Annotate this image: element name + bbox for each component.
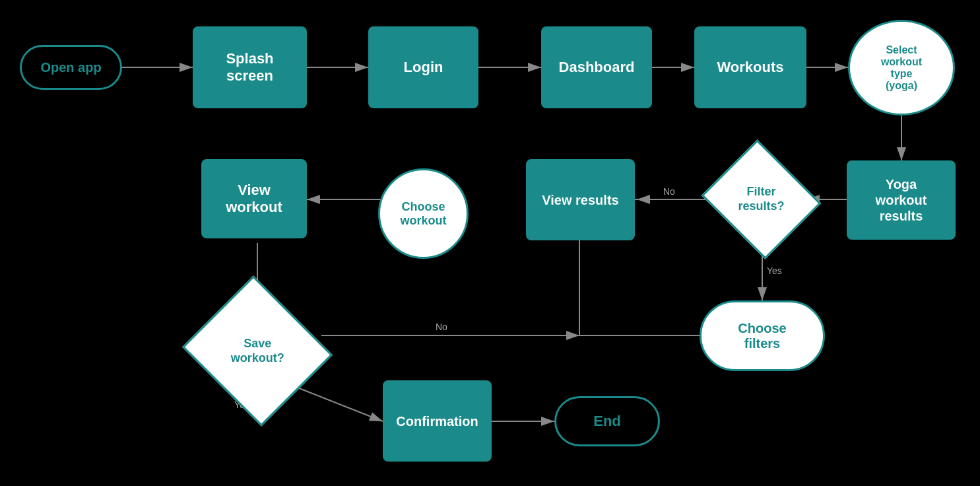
choose-filters-node: Choosefilters (700, 300, 825, 371)
yoga-results-node: Yogaworkoutresults (847, 160, 956, 240)
end-label: End (593, 413, 621, 430)
choose-workout-node: Chooseworkout (378, 168, 469, 259)
confirmation-label: Confirmation (396, 413, 478, 429)
view-workout-label: Viewworkout (226, 182, 282, 217)
save-workout-node: Saveworkout? (201, 300, 313, 401)
workouts-node: Workouts (694, 26, 806, 108)
select-workout-node: Selectworkouttype(yoga) (848, 20, 955, 116)
dashboard-label: Dashboard (559, 59, 635, 76)
select-workout-label: Selectworkouttype(yoga) (881, 44, 922, 92)
choose-workout-label: Chooseworkout (401, 200, 447, 228)
dashboard-node: Dashboard (541, 26, 652, 108)
view-results-node: View results (526, 159, 635, 240)
flowchart: No Yes Yes No Open app Splashscreen Logi… (0, 0, 980, 486)
filter-results-node: Filterresults? (716, 160, 806, 239)
splash-screen-node: Splashscreen (193, 26, 307, 108)
login-label: Login (404, 59, 443, 76)
splash-label: Splashscreen (226, 50, 273, 85)
view-results-label: View results (542, 192, 618, 208)
open-app-node: Open app (20, 45, 122, 90)
save-workout-diamond: Saveworkout? (182, 275, 333, 426)
svg-text:Yes: Yes (767, 265, 782, 276)
end-node: End (554, 396, 660, 446)
save-workout-label: Saveworkout? (231, 337, 284, 365)
svg-text:No: No (436, 322, 447, 332)
login-node: Login (368, 26, 478, 108)
workouts-label: Workouts (717, 59, 783, 76)
choose-filters-label: Choosefilters (738, 321, 786, 351)
filter-results-diamond: Filterresults? (702, 139, 822, 260)
view-workout-node: Viewworkout (201, 159, 307, 238)
yoga-results-label: Yogaworkoutresults (876, 176, 927, 224)
filter-results-label: Filterresults? (738, 185, 784, 213)
confirmation-node: Confirmation (383, 380, 492, 462)
svg-text:No: No (663, 186, 675, 197)
open-app-label: Open app (40, 60, 101, 75)
